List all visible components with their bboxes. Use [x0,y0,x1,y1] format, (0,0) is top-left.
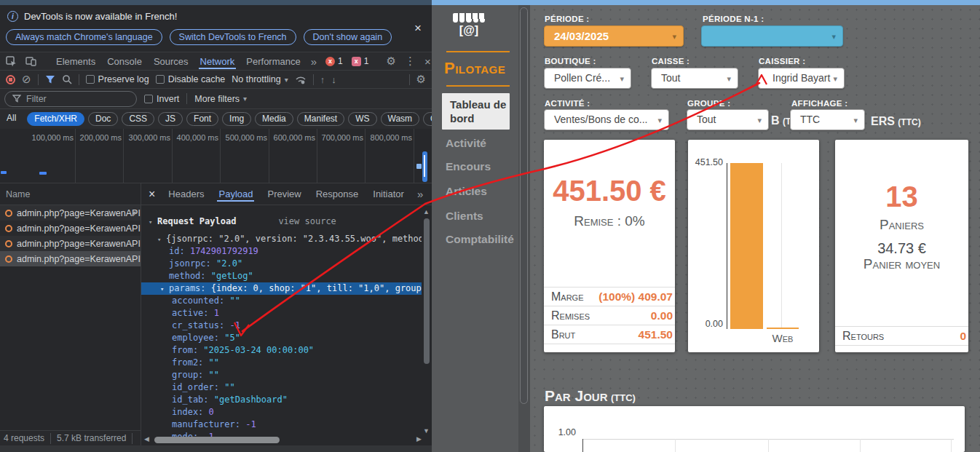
view-source-link[interactable]: view source [278,216,336,226]
clear-icon[interactable]: ⊘ [22,73,31,86]
disable-cache-checkbox[interactable]: Disable cache [156,74,226,84]
horizontal-scrollbar-thumb[interactable] [154,437,280,443]
request-row[interactable]: admin.php?page=KerawenAPI [0,236,141,251]
record-icon[interactable] [6,75,15,84]
divider [79,74,79,85]
scroll-down-icon[interactable]: ▼ [423,427,430,435]
error-icon: x [325,57,335,66]
inspect-element-icon[interactable] [6,56,17,67]
payload-key: jsonrpc: [169,258,211,269]
divider [50,433,51,444]
divider [38,74,39,85]
scroll-left-icon[interactable]: ◀ [144,435,149,443]
payload-params-row-selected[interactable]: ▾params: {index: 0, shop: "1", till: "1,… [141,282,422,295]
more-detail-tabs-icon[interactable]: » [417,188,423,200]
tab-preview[interactable]: Preview [266,186,302,202]
more-tabs-icon[interactable]: » [311,55,317,68]
expand-icon[interactable]: ▾ [160,283,169,295]
match-language-button[interactable]: Always match Chrome's language [6,29,162,45]
payload-root-summary[interactable]: ▾{jsonrpc: "2.0", version: "2.3.43.55.wo… [141,233,422,245]
throttling-select[interactable]: No throttling ▾ [232,74,288,84]
export-har-icon[interactable]: ↓ [331,74,336,85]
detail-close-icon[interactable]: × [149,188,155,201]
filter-funnel-icon[interactable] [45,75,55,84]
tab-payload[interactable]: Payload [217,186,254,202]
chip-css[interactable]: CSS [122,112,154,126]
payload-entry: manufacturer: -1 [141,419,422,431]
payload-key: from: [172,345,198,355]
network-conditions-icon[interactable] [295,75,307,84]
groupe-select[interactable]: Tout▾ [687,109,769,130]
request-row[interactable]: admin.php?page=KerawenAPI [0,205,141,221]
chip-media[interactable]: Media [255,112,293,126]
boutique-select[interactable]: Pollen Cré...▾ [544,68,631,89]
sidebar-item-comptabilite[interactable]: Comptabilité [446,233,514,246]
chip-ws[interactable]: WS [348,112,376,126]
payload-key: method: [169,271,206,281]
sidebar-item-articles[interactable]: Articles [446,185,487,198]
tab-response[interactable]: Response [315,186,360,202]
periode-select[interactable]: 24/03/2025▾ [544,25,684,47]
y-tick-max: 451.50 [689,157,723,167]
chip-img[interactable]: Img [222,112,251,126]
request-row-selected[interactable]: admin.php?page=KerawenAPI [0,251,141,266]
chip-wasm[interactable]: Wasm [381,112,420,126]
sidebar-item-activite[interactable]: Activité [446,137,486,150]
dont-show-again-button[interactable]: Don't show again [304,29,392,45]
sidebar-item-tableau-de-bord[interactable]: Tableau de bord [442,93,510,130]
payload-section-header[interactable]: ▾Request Payloadview source [141,215,422,228]
divider [446,85,510,87]
invert-checkbox[interactable]: Invert [144,94,179,104]
request-waterfall-mark [416,164,422,169]
tab-elements[interactable]: Elements [55,54,97,69]
payload-value: -1 [229,320,240,330]
devtools-close-icon[interactable]: × [424,55,431,68]
tab-headers[interactable]: Headers [167,186,205,202]
scroll-up-icon[interactable]: ▲ [423,208,430,215]
error-badge[interactable]: x 1 [325,56,343,66]
search-icon[interactable] [62,74,72,84]
chip-manifest[interactable]: Manifest [297,112,344,126]
preserve-log-checkbox[interactable]: Preserve log [86,74,149,84]
tab-network[interactable]: Network [199,54,237,69]
notification-close-icon[interactable]: × [414,21,422,36]
tab-performance[interactable]: Performance [245,54,301,69]
settings-gear-icon[interactable]: ⚙ [386,55,395,68]
chip-other[interactable]: Other [423,112,432,126]
caissier-select[interactable]: Ingrid Bayart▾ [758,68,845,89]
network-overview-timeline[interactable]: 100,000 ms 200,000 ms 300,000 ms 400,000… [0,129,432,183]
network-settings-gear-icon[interactable]: ⚙ [416,73,426,86]
affichage-select[interactable]: TTC▾ [790,109,865,130]
caisse-select[interactable]: Tout▾ [651,68,738,89]
issues-badge[interactable]: x 1 [352,56,369,66]
more-filters-button[interactable]: More filters ▾ [194,94,247,104]
request-row[interactable]: admin.php?page=KerawenAPI [0,221,141,236]
tab-initiator[interactable]: Initiator [371,186,406,202]
expand-icon[interactable]: ▾ [149,216,157,228]
request-list: Name admin.php?page=KerawenAPI admin.php… [0,183,141,430]
page-scrollbar-thumb[interactable] [520,7,528,404]
tab-sources[interactable]: Sources [152,54,190,69]
switch-french-button[interactable]: Switch DevTools to French [170,29,296,45]
periode-n1-select[interactable]: ▾ [701,25,843,47]
chip-font[interactable]: Font [186,112,218,126]
import-har-icon[interactable]: ↑ [320,74,325,85]
scroll-right-icon[interactable]: ▶ [416,435,422,443]
kebab-menu-icon[interactable]: ⋮ [405,55,416,68]
device-toolbar-icon[interactable] [25,56,37,66]
filter-input[interactable]: Filter [4,91,137,107]
tab-console[interactable]: Console [106,54,143,69]
sidebar-item-clients[interactable]: Clients [446,210,483,223]
expand-icon[interactable]: ▾ [157,234,166,245]
devtools-tabbar: Elements Console Sources Network Perform… [0,52,432,71]
list-scroll-down-icon[interactable]: ▼ [131,210,138,217]
vertical-scrollbar-thumb[interactable] [424,218,430,364]
page-scrollbar[interactable] [518,5,530,452]
name-column-header[interactable]: Name [0,183,141,205]
activite-select[interactable]: Ventes/Bons de co...▾ [544,109,669,130]
sidebar-item-encours[interactable]: Encours [446,160,491,173]
chip-doc[interactable]: Doc [88,112,118,126]
chip-all[interactable]: All [3,112,20,126]
chip-fetch-xhr[interactable]: Fetch/XHR [27,112,84,126]
chip-js[interactable]: JS [158,112,183,126]
